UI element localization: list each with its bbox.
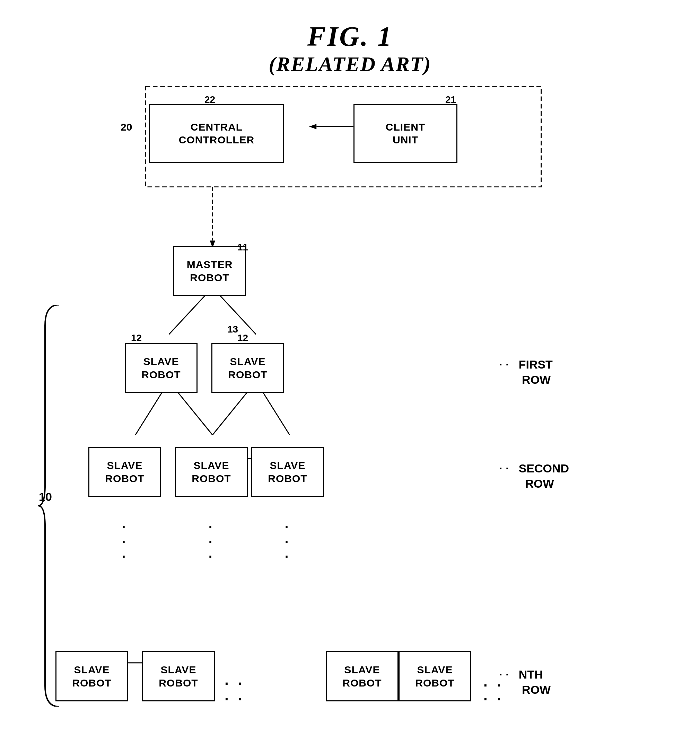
- central-controller-box: CENTRALCONTROLLER: [149, 104, 284, 163]
- label-22: 22: [204, 94, 215, 105]
- label-20: 20: [121, 121, 132, 133]
- dots-v1: ···: [110, 519, 138, 564]
- slave-rnd-box: SLAVEROBOT: [399, 651, 471, 701]
- slave-rnc-box: SLAVEROBOT: [326, 651, 399, 701]
- dots-nh2: · ·: [225, 691, 245, 708]
- dots-nh1: · ·: [225, 676, 245, 692]
- label-11: 11: [237, 242, 248, 253]
- slave-r2b-box: SLAVEROBOT: [175, 447, 248, 497]
- svg-marker-2: [309, 124, 316, 129]
- slave-rnb-box: SLAVEROBOT: [142, 651, 215, 701]
- slave-rna-box: SLAVEROBOT: [55, 651, 128, 701]
- second-row-label: · · SECOND ROW: [499, 461, 569, 491]
- first-row-label: · · FIRST ROW: [499, 357, 553, 387]
- label-13: 13: [227, 324, 238, 335]
- page-title: FIG. 1 (RELATED ART): [0, 0, 700, 80]
- master-robot-box: MASTERROBOT: [173, 246, 246, 296]
- brace-svg: [35, 305, 63, 707]
- label-21: 21: [445, 94, 456, 105]
- nth-row-label: · · NTH ROW: [499, 667, 551, 697]
- slave-r2c-box: SLAVEROBOT: [251, 447, 324, 497]
- figure-subtitle: (RELATED ART): [0, 52, 700, 76]
- dots-v2: ···: [197, 519, 225, 564]
- dots-v3: ···: [273, 519, 301, 564]
- figure-title: FIG. 1: [0, 21, 700, 52]
- label-12a: 12: [131, 332, 142, 344]
- diagram-svg: [35, 80, 665, 723]
- label-10: 10: [39, 490, 52, 504]
- slave-r2a-box: SLAVEROBOT: [88, 447, 161, 497]
- diagram: 20 CENTRALCONTROLLER 22 CLIENTUNIT 21 MA…: [35, 80, 665, 723]
- slave-r1b-box: SLAVEROBOT: [211, 343, 284, 393]
- label-12b: 12: [237, 332, 248, 344]
- slave-r1a-box: SLAVEROBOT: [125, 343, 198, 393]
- client-unit-box: CLIENTUNIT: [353, 104, 457, 163]
